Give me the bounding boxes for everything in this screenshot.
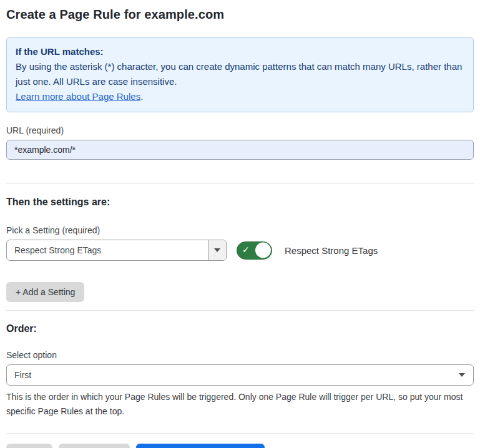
check-icon: ✓ <box>242 245 250 254</box>
url-field-label: URL (required) <box>6 125 474 135</box>
setting-select-caret-button[interactable] <box>208 240 226 260</box>
info-box-heading: If the URL matches: <box>16 44 464 59</box>
save-and-deploy-button[interactable]: Save and Deploy Page Rule <box>136 444 265 448</box>
url-match-info-box: If the URL matches: By using the asteris… <box>6 37 474 112</box>
add-setting-button[interactable]: + Add a Setting <box>6 282 84 302</box>
order-section-heading: Order: <box>6 323 474 334</box>
respect-strong-etags-toggle[interactable]: ✓ <box>237 241 272 260</box>
footer-divider <box>6 433 474 434</box>
chevron-down-icon <box>459 373 465 377</box>
order-help-text: This is the order in which your Page Rul… <box>6 390 468 419</box>
info-box-body: By using the asterisk (*) character, you… <box>16 59 464 89</box>
setting-select-value: Respect Strong ETags <box>7 240 208 260</box>
setting-row: Respect Strong ETags ✓ Respect Strong ET… <box>6 240 474 261</box>
toggle-knob <box>255 243 271 258</box>
order-select-label: Select option <box>6 350 474 360</box>
section-divider <box>6 183 474 184</box>
toggle-label: Respect Strong ETags <box>285 245 378 256</box>
footer-actions: Cancel Save as Draft Save and Deploy Pag… <box>6 444 474 448</box>
info-box-link-line: Learn more about Page Rules. <box>16 89 464 104</box>
order-select-value: First <box>7 365 451 385</box>
order-select[interactable]: First <box>6 364 474 386</box>
setting-select[interactable]: Respect Strong ETags <box>6 240 227 261</box>
create-page-rule-form: Create a Page Rule for example.com If th… <box>0 0 480 448</box>
cancel-button[interactable]: Cancel <box>6 444 52 448</box>
chevron-down-icon <box>214 248 220 252</box>
url-input[interactable] <box>6 140 474 160</box>
link-suffix: . <box>140 91 143 102</box>
section-divider <box>6 310 474 311</box>
pick-setting-label: Pick a Setting (required) <box>6 225 474 235</box>
settings-section-heading: Then the settings are: <box>6 197 474 208</box>
learn-more-link[interactable]: Learn more about Page Rules <box>16 91 140 102</box>
page-title: Create a Page Rule for example.com <box>6 7 474 22</box>
order-select-caret <box>451 365 473 385</box>
save-as-draft-button[interactable]: Save as Draft <box>59 444 130 448</box>
